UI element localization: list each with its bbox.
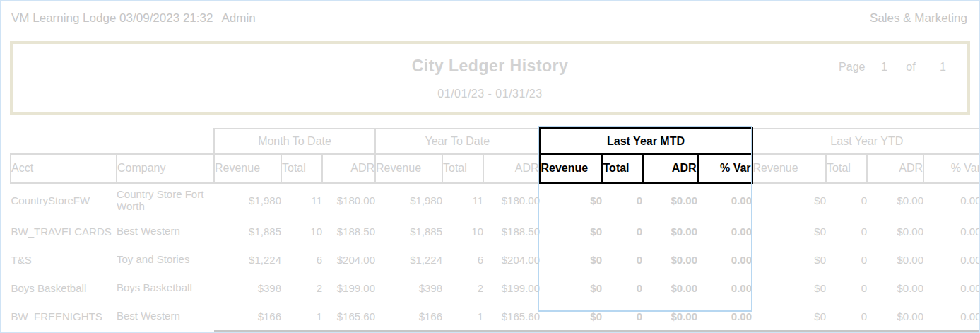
ytd-revenue-cell: $398 (375, 274, 442, 303)
acct-cell: Boys Basketball (11, 274, 117, 303)
ytd-revenue-cell: $1,980 (375, 183, 442, 218)
acct-cell: T&S (11, 246, 117, 274)
last-year-mtd-selection[interactable] (538, 126, 752, 312)
ly-ytd-adr-cell: $0.00 (867, 274, 923, 303)
mtd-revenue-cell: $1,885 (214, 218, 281, 246)
acct-cell: BW_FREENIGHTS (11, 303, 117, 331)
company-cell: Boys Basketball (117, 274, 214, 303)
totals-ly-ytd-adr: $0.00 (867, 331, 923, 333)
totals-mtd-revenue: $5,653 (214, 331, 281, 333)
ly-ytd-adr-cell: $0.00 (867, 218, 923, 246)
header-corner (11, 129, 214, 154)
group-header-month-to-date: Month To Date (214, 129, 375, 154)
totals-spacer (11, 331, 117, 333)
totals-ly-mtd-var: 0.00 (697, 331, 752, 333)
totals-label: Totals (117, 331, 214, 333)
ly-ytd-var-cell: 0.00 (923, 303, 980, 331)
ytd-revenue-cell: $1,224 (375, 246, 442, 274)
company-cell: Best Western (117, 303, 214, 331)
topbar: VM Learning Lodge 03/09/2023 21:32Admin … (11, 11, 967, 25)
ly-ytd-revenue-cell: $0 (752, 303, 826, 331)
totals-ytd-revenue: $5,653 (375, 331, 442, 333)
mtd-adr-cell: $204.00 (322, 246, 375, 274)
mtd-revenue-cell: $1,224 (214, 246, 281, 274)
totals-ly-ytd-revenue: $0 (752, 331, 826, 333)
property-name-and-timestamp: VM Learning Lodge 03/09/2023 21:32 (11, 11, 213, 25)
totals-ytd-total: 30 (442, 331, 483, 333)
report-header-box: City Ledger History Page 1 of 1 01/01/23… (10, 41, 970, 115)
totals-mtd-total: 30 (281, 331, 322, 333)
ledger-history-table: Month To Date Year To Date Last Year MTD… (10, 127, 980, 333)
ytd-adr-cell: $204.00 (483, 246, 540, 274)
ytd-total-cell: 10 (442, 218, 483, 246)
ly-ytd-revenue-cell: $0 (752, 246, 826, 274)
col-header-mtd-revenue: Revenue (214, 154, 281, 183)
col-header-mtd-adr: ADR (322, 154, 375, 183)
ly-ytd-adr-cell: $0.00 (867, 303, 923, 331)
ly-ytd-total-cell: 0 (826, 218, 867, 246)
ly-ytd-revenue-cell: $0 (752, 218, 826, 246)
page-number: 1 (881, 61, 887, 74)
mtd-adr-cell: $199.00 (322, 274, 375, 303)
company-cell: Country Store Fort Worth (117, 183, 214, 218)
ly-ytd-total-cell: 0 (826, 274, 867, 303)
totals-ytd-adr: $188.42 (483, 331, 540, 333)
group-header-year-to-date: Year To Date (375, 129, 540, 154)
col-header-mtd-total: Total (281, 154, 322, 183)
group-header-last-year-ytd: Last Year YTD (752, 129, 980, 154)
col-header-ly-ytd-adr: ADR (867, 154, 923, 183)
col-header-ly-ytd-var: % Var (923, 154, 980, 183)
report-page: VM Learning Lodge 03/09/2023 21:32Admin … (0, 0, 980, 333)
ytd-adr-cell: $199.00 (483, 274, 540, 303)
ytd-revenue-cell: $166 (375, 303, 442, 331)
mtd-total-cell: 1 (281, 303, 322, 331)
ly-ytd-var-cell: 0.00 (923, 183, 980, 218)
col-header-company: Company (117, 154, 214, 183)
column-header-row: Acct Company Revenue Total ADR Revenue T… (11, 154, 980, 183)
col-header-ytd-adr: ADR (483, 154, 540, 183)
col-header-ly-ytd-total: Total (826, 154, 867, 183)
ly-ytd-var-cell: 0.00 (923, 274, 980, 303)
totals-ly-mtd-adr: $0.00 (642, 331, 697, 333)
col-header-ytd-revenue: Revenue (375, 154, 442, 183)
acct-cell: CountryStoreFW (11, 183, 117, 218)
report-title: City Ledger History (13, 57, 967, 76)
mtd-total-cell: 2 (281, 274, 322, 303)
page-label: Page (839, 61, 865, 74)
mtd-adr-cell: $165.60 (322, 303, 375, 331)
totals-ly-mtd-total: 0 (602, 331, 642, 333)
col-header-ly-ytd-revenue: Revenue (752, 154, 826, 183)
page-info: Page 1 of 1 (839, 61, 946, 74)
ytd-total-cell: 6 (442, 246, 483, 274)
ly-ytd-var-cell: 0.00 (923, 218, 980, 246)
col-header-ytd-total: Total (442, 154, 483, 183)
totals-row: Totals $5,653 30 $188.42 $5,653 30 $188.… (11, 331, 980, 333)
ly-ytd-total-cell: 0 (826, 183, 867, 218)
ly-ytd-revenue-cell: $0 (752, 183, 826, 218)
page-count: 1 (940, 61, 946, 74)
topbar-left: VM Learning Lodge 03/09/2023 21:32Admin (11, 11, 256, 25)
username: Admin (221, 11, 255, 25)
mtd-adr-cell: $180.00 (322, 183, 375, 218)
company-cell: Toy and Stories (117, 246, 214, 274)
of-label: of (906, 61, 915, 74)
group-header-row: Month To Date Year To Date Last Year MTD… (11, 129, 980, 154)
ytd-revenue-cell: $1,885 (375, 218, 442, 246)
ytd-total-cell: 11 (442, 183, 483, 218)
mtd-total-cell: 10 (281, 218, 322, 246)
report-date-range: 01/01/23 - 01/31/23 (13, 88, 967, 100)
ytd-total-cell: 1 (442, 303, 483, 331)
col-header-acct: Acct (11, 154, 117, 183)
table-row: T&S Toy and Stories $1,224 6 $204.00 $1,… (11, 246, 980, 274)
ly-ytd-adr-cell: $0.00 (867, 183, 923, 218)
ly-ytd-var-cell: 0.00 (923, 246, 980, 274)
department-label: Sales & Marketing (870, 11, 967, 25)
mtd-revenue-cell: $398 (214, 274, 281, 303)
ytd-total-cell: 2 (442, 274, 483, 303)
totals-ly-ytd-total: 0 (826, 331, 867, 333)
totals-ly-ytd-var: 0.00 (923, 331, 980, 333)
table-row: CountryStoreFW Country Store Fort Worth … (11, 183, 980, 218)
table-row: BW_FREENIGHTS Best Western $166 1 $165.6… (11, 303, 980, 331)
company-cell: Best Western (117, 218, 214, 246)
mtd-adr-cell: $188.50 (322, 218, 375, 246)
